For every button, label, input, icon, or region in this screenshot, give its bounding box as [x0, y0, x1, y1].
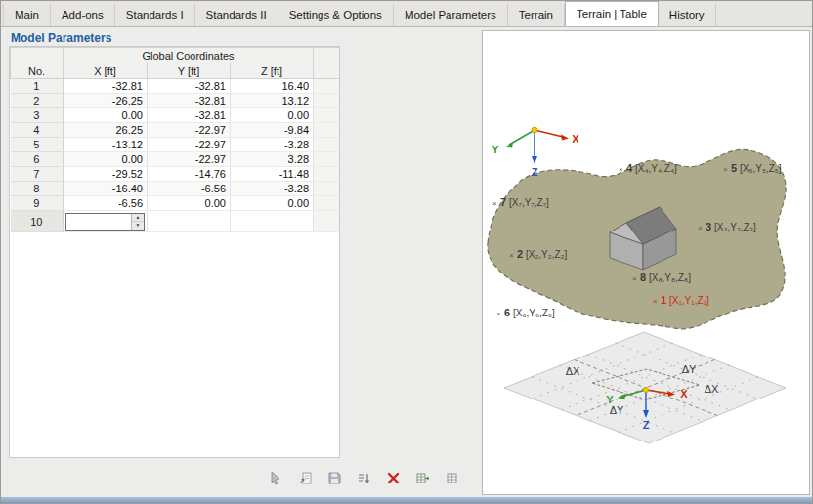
delta-x-label: ΔX [705, 383, 719, 395]
cell-z[interactable]: -11.48 [231, 167, 314, 182]
terrain-illustration-panel: ΔX ΔY ΔX ΔY X Y Z [482, 30, 810, 495]
cell-z[interactable]: 16.40 [231, 79, 314, 94]
cell-row-number[interactable]: 3 [11, 108, 64, 123]
cell-row-number[interactable]: 5 [11, 138, 64, 152]
cell-z[interactable]: -3.28 [231, 182, 314, 196]
cell-z[interactable]: 0.00 [231, 108, 314, 123]
cell-row-number[interactable]: 1 [11, 79, 64, 94]
cell-x[interactable]: 26.25 [64, 123, 148, 138]
cell-extra [314, 152, 340, 167]
cell-row-number[interactable]: 8 [11, 182, 64, 196]
window-bottom-border [1, 497, 812, 503]
table-button[interactable] [441, 468, 463, 488]
cell-z[interactable] [231, 211, 314, 232]
point-number: 5 [731, 162, 737, 174]
point-coords: [X₆,Y₆,Z₆] [513, 308, 555, 318]
cell-extra [314, 196, 340, 211]
cell-y[interactable]: -32.81 [148, 79, 231, 94]
cell-y[interactable]: -32.81 [148, 108, 231, 123]
group-header-global-coordinates: Global Coordinates [64, 48, 314, 63]
terrain-illustration: ΔX ΔY ΔX ΔY X Y Z [483, 31, 809, 494]
point-number: 4 [626, 162, 633, 174]
cell-x[interactable]: -6.56 [64, 196, 148, 211]
cell-row-number[interactable]: 7 [11, 167, 64, 182]
pick-button[interactable] [265, 468, 287, 488]
cell-z[interactable]: -3.28 [231, 138, 314, 152]
cell-row-number[interactable]: 9 [11, 196, 64, 211]
cell-y[interactable]: -22.97 [148, 123, 231, 138]
cell-extra [314, 211, 340, 232]
col-header-x: X [ft] [64, 63, 148, 79]
cell-z[interactable]: 3.28 [231, 152, 314, 167]
save-button[interactable] [323, 468, 346, 488]
cell-y[interactable]: -14.76 [148, 167, 231, 182]
point-number: 3 [706, 221, 711, 232]
cell-y[interactable]: -32.81 [148, 94, 231, 108]
point-number: 6 [504, 307, 510, 318]
plane-origin-marker [643, 387, 648, 392]
point-coords: [X₅,Y₅,Z₅] [740, 163, 782, 174]
tab-standards-ii[interactable]: Standards II [195, 4, 278, 26]
point-number: 7 [500, 196, 506, 208]
tab-model-parameters[interactable]: Model Parameters [394, 4, 508, 26]
plane-axis-z-label: Z [643, 419, 650, 431]
cell-x[interactable]: -32.81 [64, 79, 148, 94]
tab-main[interactable]: Main [3, 4, 51, 26]
col-header-z: Z [ft] [231, 63, 314, 79]
terrain-point-3: × 3 [X₃,Y₃,Z₃] [698, 221, 756, 232]
tab-terrain-table[interactable]: Terrain | Table [565, 1, 659, 26]
export-table-button[interactable] [411, 468, 434, 488]
table-row: 7 -29.52 -14.76 -11.48 [11, 167, 340, 182]
table-row: 1 -32.81 -32.81 16.40 [11, 79, 340, 94]
table-row: 2 -26.25 -32.81 13.12 [11, 94, 340, 108]
cell-z[interactable]: 13.12 [231, 94, 314, 108]
cell-y[interactable]: -6.56 [148, 182, 231, 196]
cell-x[interactable]: 0.00 [64, 108, 148, 123]
spinner-up-icon[interactable]: ▲ [132, 214, 144, 223]
cell-x[interactable]: 0.00 [64, 152, 148, 167]
col-header-no: No. [11, 63, 64, 79]
col-header-y: Y [ft] [148, 63, 231, 79]
cell-z[interactable]: -9.84 [231, 123, 314, 138]
cell-x[interactable]: -13.12 [64, 138, 148, 152]
tab-history[interactable]: History [659, 4, 716, 26]
cell-y[interactable]: -22.97 [148, 138, 231, 152]
cell-x[interactable]: -26.25 [64, 94, 148, 108]
spinner-down-icon[interactable]: ▼ [132, 222, 144, 230]
cell-x[interactable]: -16.40 [64, 182, 148, 196]
cell-z[interactable]: 0.00 [231, 196, 314, 211]
point-number: 1 [661, 294, 666, 306]
point-coords: [X₈,Y₈,Z₈] [649, 273, 691, 283]
cell-row-number[interactable]: 10 [11, 211, 64, 232]
tab-settings-options[interactable]: Settings & Options [278, 4, 394, 26]
coordinates-table: Global Coordinates No. X [ft] Y [ft] Z [… [10, 47, 340, 232]
terrain-point-4: × 4 [X₄,Y₄,Z₄] [619, 162, 677, 174]
sort-button[interactable] [353, 468, 375, 488]
import-button[interactable] [294, 468, 317, 488]
ground-plane: ΔX ΔY ΔX ΔY X Y Z [504, 332, 786, 443]
cell-extra [314, 123, 340, 138]
cell-row-number[interactable]: 4 [11, 123, 64, 138]
cell-y[interactable]: 0.00 [148, 196, 231, 211]
terrain-point-2: × 2 [X₂,Y₂,Z₂] [509, 248, 567, 260]
axis-y-label: Y [492, 144, 499, 155]
delete-x-icon [386, 471, 401, 485]
cell-y[interactable]: -22.97 [148, 152, 231, 167]
terrain-table-dialog: Main Add-ons Standards I Standards II Se… [0, 0, 813, 504]
cell-row-number[interactable]: 2 [11, 94, 64, 108]
axis-z-label: Z [532, 166, 538, 178]
table-row: 6 0.00 -22.97 3.28 [11, 152, 340, 167]
delete-all-button[interactable] [382, 468, 405, 488]
cell-row-number[interactable]: 6 [11, 152, 64, 167]
terrain-point-1: × 1 [X₁,Y₁,Z₁] [653, 294, 709, 306]
delta-y-label: ΔY [610, 404, 624, 416]
header-extra [314, 48, 340, 63]
tab-standards-i[interactable]: Standards I [115, 4, 195, 26]
point-number: 8 [640, 272, 646, 283]
cell-x[interactable]: -29.52 [64, 167, 148, 182]
point-coords: [X₄,Y₄,Z₄] [635, 163, 677, 174]
tab-terrain[interactable]: Terrain [508, 4, 565, 26]
cell-y[interactable] [148, 211, 231, 232]
tab-add-ons[interactable]: Add-ons [51, 4, 115, 26]
point-marker: × [509, 251, 514, 260]
